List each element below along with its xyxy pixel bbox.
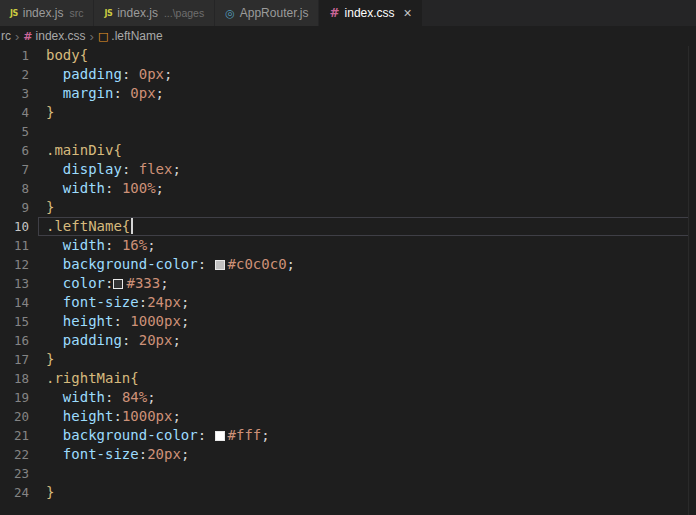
line-number[interactable]: 19	[0, 388, 38, 407]
line-number[interactable]: 4	[0, 103, 38, 122]
token-punct: ;	[261, 427, 269, 443]
chevron-right-icon: ›	[90, 29, 94, 44]
token-val: 1000px	[130, 313, 181, 329]
token-prop: font-size	[63, 294, 139, 310]
color-swatch[interactable]	[215, 260, 225, 270]
line-content[interactable]: background-color: #fff;	[38, 426, 696, 445]
line-number[interactable]: 22	[0, 445, 38, 464]
token-val: 1000px	[122, 408, 173, 424]
tab-0-index.js[interactable]: JSindex.jssrc	[0, 0, 93, 26]
line-content[interactable]	[38, 464, 696, 483]
token-punct: ;	[172, 332, 180, 348]
token-brace: }	[46, 199, 54, 215]
line-content[interactable]: display: flex;	[38, 160, 696, 179]
token-val: 24px	[147, 294, 181, 310]
token-val: 0px	[139, 66, 164, 82]
token-val: #333	[126, 275, 160, 291]
token-prop: height	[63, 313, 114, 329]
line-number[interactable]: 12	[0, 255, 38, 274]
line-number[interactable]: 9	[0, 198, 38, 217]
line-number[interactable]: 24	[0, 483, 38, 502]
line-number[interactable]: 7	[0, 160, 38, 179]
tab-1-index.js[interactable]: JSindex.js...\pages	[94, 0, 214, 26]
code-area: 1body{2 padding: 0px;3 margin: 0px;4}56.…	[0, 46, 696, 502]
line-content[interactable]: padding: 0px;	[38, 65, 696, 84]
line-content[interactable]: padding: 20px;	[38, 331, 696, 350]
code-line-11: 11 width: 16%;	[0, 236, 696, 255]
code-line-9: 9}	[0, 198, 696, 217]
token-punct: :	[113, 313, 130, 329]
line-number[interactable]: 18	[0, 369, 38, 388]
breadcrumb-item-rc[interactable]: rc	[1, 29, 11, 43]
line-number[interactable]: 2	[0, 65, 38, 84]
token-prop: padding	[63, 66, 122, 82]
text-cursor	[131, 218, 133, 234]
token-punct: :	[122, 66, 139, 82]
close-icon[interactable]: ×	[404, 6, 412, 20]
line-content[interactable]: .leftName{	[38, 217, 689, 236]
breadcrumb-item-leftName[interactable]: □.leftName	[98, 29, 163, 43]
line-content[interactable]: font-size:24px;	[38, 293, 696, 312]
line-content[interactable]	[38, 122, 696, 141]
token-sel: .leftName	[46, 218, 122, 234]
token-punct: ;	[156, 180, 164, 196]
line-number[interactable]: 21	[0, 426, 38, 445]
line-number[interactable]: 15	[0, 312, 38, 331]
line-content[interactable]: }	[38, 103, 696, 122]
line-content[interactable]: }	[38, 350, 696, 369]
line-content[interactable]: .mainDiv{	[38, 141, 696, 160]
color-swatch[interactable]	[215, 431, 225, 441]
line-content[interactable]: color:#333;	[38, 274, 696, 293]
line-number[interactable]: 20	[0, 407, 38, 426]
token-punct: :	[139, 446, 147, 462]
token-plain	[46, 256, 63, 272]
line-content[interactable]: width: 100%;	[38, 179, 696, 198]
token-prop: padding	[63, 332, 122, 348]
token-val: 0px	[130, 85, 155, 101]
tab-2-AppRouter.js[interactable]: ◎AppRouter.js	[215, 0, 318, 26]
line-content[interactable]: width: 84%;	[38, 388, 696, 407]
line-content[interactable]: }	[38, 198, 696, 217]
code-line-16: 16 padding: 20px;	[0, 331, 696, 350]
scrollbar[interactable]	[688, 46, 696, 515]
line-number[interactable]: 3	[0, 84, 38, 103]
line-content[interactable]: margin: 0px;	[38, 84, 696, 103]
line-content[interactable]: background-color: #c0c0c0;	[38, 255, 696, 274]
line-number[interactable]: 23	[0, 464, 38, 483]
line-content[interactable]: body{	[38, 46, 696, 65]
line-content[interactable]: width: 16%;	[38, 236, 696, 255]
line-content[interactable]: height: 1000px;	[38, 312, 696, 331]
color-swatch[interactable]	[113, 279, 123, 289]
line-number[interactable]: 11	[0, 236, 38, 255]
token-punct: ;	[156, 85, 164, 101]
token-prop: font-size	[63, 446, 139, 462]
breadcrumb: rc›#index.css›□.leftName	[0, 26, 696, 46]
code-line-2: 2 padding: 0px;	[0, 65, 696, 84]
line-number[interactable]: 1	[0, 46, 38, 65]
line-number[interactable]: 16	[0, 331, 38, 350]
tab-bar: JSindex.jssrcJSindex.js...\pages◎AppRout…	[0, 0, 696, 26]
line-content[interactable]: height:1000px;	[38, 407, 696, 426]
breadcrumb-item-index.css[interactable]: #index.css	[23, 29, 85, 43]
line-number[interactable]: 8	[0, 179, 38, 198]
breadcrumb-label: index.css	[36, 29, 86, 43]
line-number[interactable]: 14	[0, 293, 38, 312]
code-line-18: 18.rightMain{	[0, 369, 696, 388]
line-number[interactable]: 5	[0, 122, 38, 141]
code-line-15: 15 height: 1000px;	[0, 312, 696, 331]
token-prop: background-color	[63, 256, 198, 272]
tab-3-index.css[interactable]: #index.css×	[319, 0, 421, 26]
token-punct: ;	[181, 313, 189, 329]
token-prop: width	[63, 389, 105, 405]
token-prop: background-color	[63, 427, 198, 443]
line-number[interactable]: 10	[0, 217, 38, 236]
line-number[interactable]: 6	[0, 141, 38, 160]
line-number[interactable]: 13	[0, 274, 38, 293]
token-punct: :	[105, 389, 122, 405]
code-line-5: 5	[0, 122, 696, 141]
token-punct: :	[198, 427, 215, 443]
line-number[interactable]: 17	[0, 350, 38, 369]
line-content[interactable]: .rightMain{	[38, 369, 696, 388]
line-content[interactable]: }	[38, 483, 696, 502]
line-content[interactable]: font-size:20px;	[38, 445, 696, 464]
